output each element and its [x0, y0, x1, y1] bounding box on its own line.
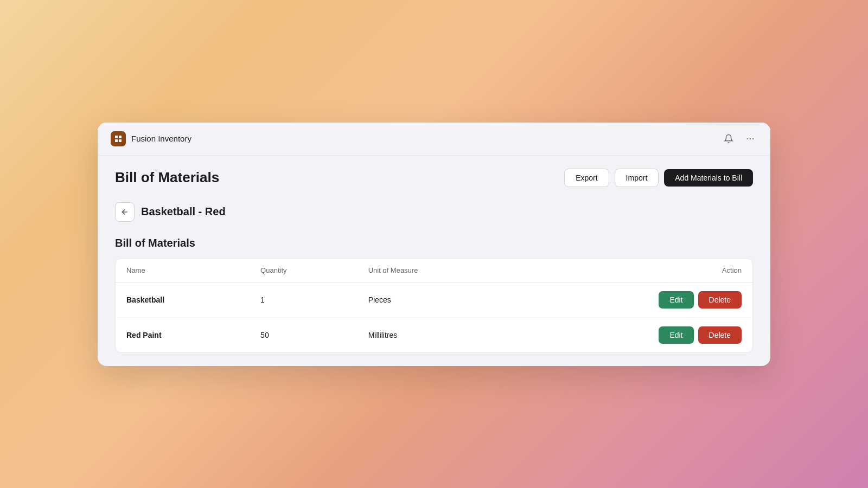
table-header-row: Name Quantity Unit of Measure Action — [116, 259, 752, 282]
svg-rect-3 — [119, 139, 122, 142]
col-header-action: Action — [518, 259, 752, 282]
app-name: Fusion Inventory — [131, 134, 192, 143]
col-header-unit: Unit of Measure — [358, 259, 518, 282]
cell-name-0: Basketball — [116, 282, 250, 317]
cell-unit-0: Pieces — [358, 282, 518, 317]
svg-point-4 — [747, 138, 748, 139]
svg-rect-0 — [115, 136, 118, 138]
import-button[interactable]: Import — [615, 169, 659, 187]
section-title: Bill of Materials — [115, 237, 753, 249]
cell-action-1: Edit Delete — [518, 317, 752, 352]
app-icon — [111, 131, 126, 146]
edit-button-0[interactable]: Edit — [659, 291, 693, 309]
add-materials-button[interactable]: Add Materials to Bill — [664, 169, 753, 187]
table-row: Basketball 1 Pieces Edit Delete — [116, 282, 752, 317]
header-actions: Export Import Add Materials to Bill — [564, 169, 753, 187]
page-title: Bill of Materials — [115, 169, 219, 186]
notification-button[interactable] — [722, 132, 736, 146]
col-header-quantity: Quantity — [250, 259, 358, 282]
breadcrumb-title: Basketball - Red — [141, 206, 226, 218]
main-content: Bill of Materials Export Import Add Mate… — [98, 156, 770, 366]
title-bar-left: Fusion Inventory — [111, 131, 192, 146]
svg-point-6 — [752, 138, 754, 139]
materials-table: Name Quantity Unit of Measure Action Bas… — [116, 259, 752, 352]
action-group-1: Edit Delete — [529, 326, 742, 344]
edit-button-1[interactable]: Edit — [659, 326, 693, 344]
more-button[interactable] — [743, 132, 757, 146]
page-header: Bill of Materials Export Import Add Mate… — [115, 169, 753, 187]
materials-table-container: Name Quantity Unit of Measure Action Bas… — [115, 258, 753, 353]
svg-rect-2 — [115, 139, 118, 142]
back-button[interactable] — [115, 202, 135, 222]
table-row: Red Paint 50 Millilitres Edit Delete — [116, 317, 752, 352]
breadcrumb-row: Basketball - Red — [115, 202, 753, 222]
cell-quantity-1: 50 — [250, 317, 358, 352]
main-window: Fusion Inventory Bill of Materials — [98, 123, 770, 366]
action-group-0: Edit Delete — [529, 291, 742, 309]
cell-name-1: Red Paint — [116, 317, 250, 352]
col-header-name: Name — [116, 259, 250, 282]
delete-button-1[interactable]: Delete — [698, 326, 742, 344]
export-button[interactable]: Export — [564, 169, 609, 187]
title-bar: Fusion Inventory — [98, 123, 770, 156]
svg-rect-1 — [119, 136, 122, 138]
delete-button-0[interactable]: Delete — [698, 291, 742, 309]
title-bar-right — [722, 132, 757, 146]
cell-quantity-0: 1 — [250, 282, 358, 317]
cell-unit-1: Millilitres — [358, 317, 518, 352]
svg-point-5 — [750, 138, 751, 139]
cell-action-0: Edit Delete — [518, 282, 752, 317]
